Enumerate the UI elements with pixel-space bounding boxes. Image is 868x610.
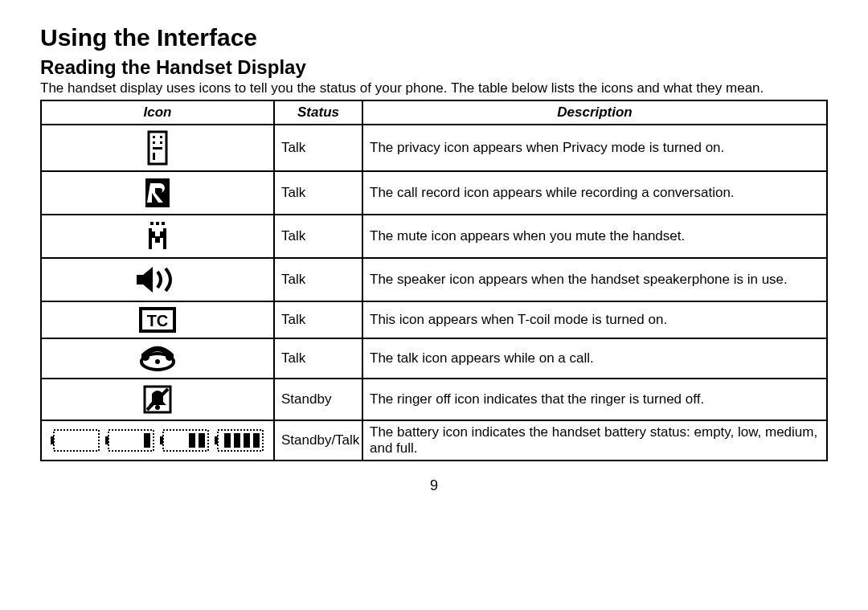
table-row: Talk The mute icon appears when you mute… xyxy=(41,215,827,258)
svg-rect-39 xyxy=(253,433,260,448)
table-row: Talk The speaker icon appears when the h… xyxy=(41,258,827,301)
svg-rect-30 xyxy=(160,436,163,444)
svg-rect-36 xyxy=(224,433,231,448)
svg-rect-15 xyxy=(155,236,160,243)
mute-icon xyxy=(45,220,270,252)
tcoil-icon: TC xyxy=(45,307,270,333)
svg-rect-37 xyxy=(234,433,240,448)
page-number: 9 xyxy=(40,477,828,494)
section-title: Reading the Handset Display xyxy=(40,56,828,79)
privacy-icon xyxy=(45,130,270,166)
svg-point-21 xyxy=(155,359,160,364)
svg-point-19 xyxy=(141,353,149,361)
table-row: Standby The ringer off icon indicates th… xyxy=(41,379,827,420)
col-status: Status xyxy=(274,100,362,125)
description-cell: The talk icon appears while on a call. xyxy=(362,338,827,379)
svg-rect-6 xyxy=(153,153,155,160)
status-cell: Talk xyxy=(274,171,362,215)
table-row: Talk The call record icon appears while … xyxy=(41,171,827,215)
page-title: Using the Interface xyxy=(40,24,828,51)
icon-table: Icon Status Description xyxy=(40,100,828,461)
svg-rect-29 xyxy=(144,433,150,448)
description-cell: The call record icon appears while recor… xyxy=(362,171,827,215)
svg-text:TC: TC xyxy=(147,312,169,330)
ringer-off-icon xyxy=(45,384,270,415)
record-icon xyxy=(45,177,270,209)
svg-rect-11 xyxy=(149,228,152,249)
status-cell: Talk xyxy=(274,215,362,258)
description-cell: The battery icon indicates the handset b… xyxy=(362,420,827,461)
svg-point-23 xyxy=(155,405,160,410)
svg-rect-10 xyxy=(162,222,165,225)
svg-rect-13 xyxy=(152,231,155,238)
table-row: TC Talk This icon appears when T-coil mo… xyxy=(41,301,827,338)
svg-rect-34 xyxy=(215,436,218,444)
svg-rect-33 xyxy=(199,433,205,448)
description-cell: The mute icon appears when you mute the … xyxy=(362,215,827,258)
svg-rect-25 xyxy=(51,436,54,444)
svg-rect-14 xyxy=(160,231,163,238)
svg-rect-9 xyxy=(156,222,159,225)
status-cell: Talk xyxy=(274,125,362,171)
table-row: Standby/Talk The battery icon indicates … xyxy=(41,420,827,461)
col-description: Description xyxy=(362,100,827,125)
battery-icon xyxy=(45,427,270,454)
intro-text: The handset display uses icons to tell y… xyxy=(40,80,828,96)
svg-rect-4 xyxy=(160,141,162,144)
description-cell: This icon appears when T-coil mode is tu… xyxy=(362,301,827,338)
table-row: Talk The talk icon appears while on a ca… xyxy=(41,338,827,379)
svg-rect-8 xyxy=(150,222,154,225)
description-cell: The speaker icon appears when the handse… xyxy=(362,258,827,301)
svg-rect-27 xyxy=(105,436,108,444)
svg-rect-12 xyxy=(163,228,166,249)
status-cell: Talk xyxy=(274,301,362,338)
svg-point-20 xyxy=(166,353,174,361)
table-row: Talk The privacy icon appears when Priva… xyxy=(41,125,827,171)
description-cell: The privacy icon appears when Privacy mo… xyxy=(362,125,827,171)
svg-rect-26 xyxy=(54,430,99,451)
status-cell: Talk xyxy=(274,338,362,379)
svg-rect-38 xyxy=(244,433,250,448)
col-icon: Icon xyxy=(41,100,274,125)
status-cell: Standby xyxy=(274,379,362,420)
svg-rect-5 xyxy=(153,147,162,149)
svg-rect-1 xyxy=(153,136,155,138)
svg-rect-32 xyxy=(189,433,195,448)
svg-rect-3 xyxy=(153,141,155,144)
description-cell: The ringer off icon indicates that the r… xyxy=(362,379,827,420)
table-header-row: Icon Status Description xyxy=(41,100,827,125)
svg-rect-2 xyxy=(160,136,162,138)
status-cell: Standby/Talk xyxy=(274,420,362,461)
speaker-icon xyxy=(45,264,270,296)
status-cell: Talk xyxy=(274,258,362,301)
talk-icon xyxy=(45,344,270,373)
